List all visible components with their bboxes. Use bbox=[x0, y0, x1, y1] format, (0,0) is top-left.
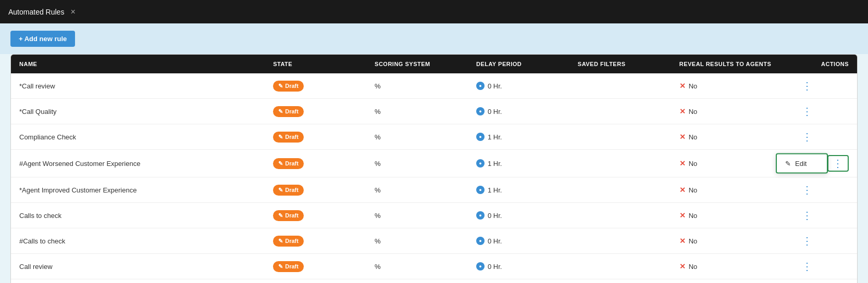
cell-reveal: ✕No bbox=[671, 177, 789, 203]
cell-saved-filters bbox=[569, 150, 671, 177]
close-icon[interactable]: × bbox=[70, 8, 75, 16]
pencil-icon: ✎ bbox=[278, 134, 283, 140]
cell-name: *Call review bbox=[11, 73, 265, 99]
cell-reveal: ✕No bbox=[671, 228, 789, 254]
cell-saved-filters bbox=[569, 254, 671, 279]
x-icon: ✕ bbox=[679, 82, 686, 90]
delay-value: 0 Hr. bbox=[488, 82, 502, 90]
state-label: Draft bbox=[285, 238, 299, 244]
reveal-value: No bbox=[689, 82, 698, 90]
cell-name: *Call Quality bbox=[11, 99, 265, 124]
delay-value: 1 Hr. bbox=[488, 186, 502, 194]
table-row: *Agent Improved Customer Experience✎Draf… bbox=[11, 177, 857, 203]
clock-icon: ● bbox=[476, 237, 485, 245]
cell-actions: ⋮ bbox=[789, 73, 857, 99]
cell-name: Call review bbox=[11, 254, 265, 279]
cell-state: ✎Draft bbox=[265, 254, 366, 279]
pencil-icon: ✎ bbox=[278, 187, 283, 194]
x-icon: ✕ bbox=[679, 133, 686, 141]
header-name: NAME bbox=[11, 55, 265, 73]
reveal-value: No bbox=[689, 212, 698, 220]
cell-reveal: ✕No bbox=[671, 279, 789, 284]
delay-value: 0 Hr. bbox=[488, 108, 502, 115]
cell-scoring: % bbox=[366, 73, 468, 99]
cell-name: Testing 1 bbox=[11, 279, 265, 284]
cell-state: ⏻Deactivated bbox=[265, 279, 366, 284]
actions-menu-button[interactable]: ⋮ bbox=[798, 234, 817, 248]
actions-menu-button[interactable]: ⋮ bbox=[798, 259, 817, 274]
cell-scoring: % bbox=[366, 124, 468, 150]
reveal-value: No bbox=[689, 186, 698, 194]
cell-scoring: % bbox=[366, 177, 468, 203]
cell-actions: ⋮ bbox=[789, 228, 857, 254]
x-icon: ✕ bbox=[679, 237, 686, 245]
clock-icon: ● bbox=[476, 186, 485, 194]
cell-actions: ⋮ bbox=[789, 254, 857, 279]
header-reveal: REVEAL RESULTS TO AGENTS bbox=[671, 55, 789, 73]
x-icon: ✕ bbox=[679, 107, 686, 115]
cell-reveal: ✕No bbox=[671, 124, 789, 150]
delay-value: 1 Hr. bbox=[488, 160, 502, 168]
cell-actions: ⋮ bbox=[789, 99, 857, 124]
actions-menu-button[interactable]: ⋮ bbox=[798, 104, 817, 119]
table-row: Call review✎Draft%●0 Hr.✕No⋮ bbox=[11, 254, 857, 279]
cell-delay: ●0 Hr. bbox=[468, 73, 569, 99]
cell-reveal: ✕No bbox=[671, 73, 789, 99]
actions-menu-button[interactable]: ⋮ bbox=[798, 208, 817, 223]
cell-saved-filters bbox=[569, 177, 671, 203]
table-row: #Calls to check✎Draft%●0 Hr.✕No⋮ bbox=[11, 228, 857, 254]
state-label: Draft bbox=[285, 134, 299, 140]
cell-scoring: % bbox=[366, 279, 468, 284]
cell-delay: ●0 Hr. bbox=[468, 228, 569, 254]
clock-icon: ● bbox=[476, 262, 485, 271]
clock-icon: ● bbox=[476, 133, 485, 141]
reveal-value: No bbox=[689, 237, 698, 245]
cell-actions: ⋮ bbox=[789, 203, 857, 228]
cell-actions: ⋮ bbox=[789, 279, 857, 284]
pencil-icon: ✎ bbox=[278, 212, 283, 219]
pencil-icon: ✎ bbox=[278, 108, 283, 115]
edit-icon: ✎ bbox=[785, 160, 791, 168]
state-label: Draft bbox=[285, 108, 299, 114]
cell-saved-filters bbox=[569, 228, 671, 254]
top-bar: Automated Rules × bbox=[0, 0, 868, 23]
state-label: Draft bbox=[285, 212, 299, 218]
pencil-icon: ✎ bbox=[278, 83, 283, 89]
actions-menu-button[interactable]: ⋮ bbox=[827, 155, 849, 172]
delay-value: 0 Hr. bbox=[488, 212, 502, 220]
reveal-value: No bbox=[689, 133, 698, 141]
edit-action[interactable]: ✎Edit bbox=[777, 155, 827, 173]
cell-scoring: % bbox=[366, 99, 468, 124]
cell-actions: ⋮ bbox=[789, 177, 857, 203]
clock-icon: ● bbox=[476, 211, 485, 220]
table-row: Compliance Check✎Draft%●1 Hr.✕No⋮ bbox=[11, 124, 857, 150]
actions-menu-button[interactable]: ⋮ bbox=[798, 79, 817, 93]
header-state: STATE bbox=[265, 55, 366, 73]
pencil-icon: ✎ bbox=[278, 238, 283, 245]
x-icon: ✕ bbox=[679, 186, 686, 194]
toolbar: + Add new rule bbox=[0, 23, 868, 54]
reveal-value: No bbox=[689, 263, 698, 271]
cell-name: Compliance Check bbox=[11, 124, 265, 150]
actions-menu-button[interactable]: ⋮ bbox=[798, 130, 817, 144]
state-label: Draft bbox=[285, 187, 299, 193]
actions-menu-button[interactable]: ⋮ bbox=[798, 183, 817, 197]
cell-reveal: ✕No bbox=[671, 254, 789, 279]
cell-scoring: % bbox=[366, 254, 468, 279]
cell-state: ✎Draft bbox=[265, 99, 366, 124]
cell-actions: ⋮✎Edit bbox=[789, 150, 857, 177]
cell-state: ✎Draft bbox=[265, 177, 366, 203]
x-icon: ✕ bbox=[679, 159, 686, 168]
pencil-icon: ✎ bbox=[278, 263, 283, 270]
cell-delay: ●0 Hr. bbox=[468, 99, 569, 124]
cell-state: ✎Draft bbox=[265, 124, 366, 150]
cell-saved-filters bbox=[569, 99, 671, 124]
add-new-rule-button[interactable]: + Add new rule bbox=[10, 31, 75, 47]
cell-saved-filters bbox=[569, 279, 671, 284]
state-label: Draft bbox=[285, 263, 299, 269]
cell-saved-filters bbox=[569, 73, 671, 99]
x-icon: ✕ bbox=[679, 211, 686, 220]
reveal-value: No bbox=[689, 160, 698, 168]
cell-saved-filters bbox=[569, 124, 671, 150]
table-row: #Agent Worsened Customer Experience✎Draf… bbox=[11, 150, 857, 177]
